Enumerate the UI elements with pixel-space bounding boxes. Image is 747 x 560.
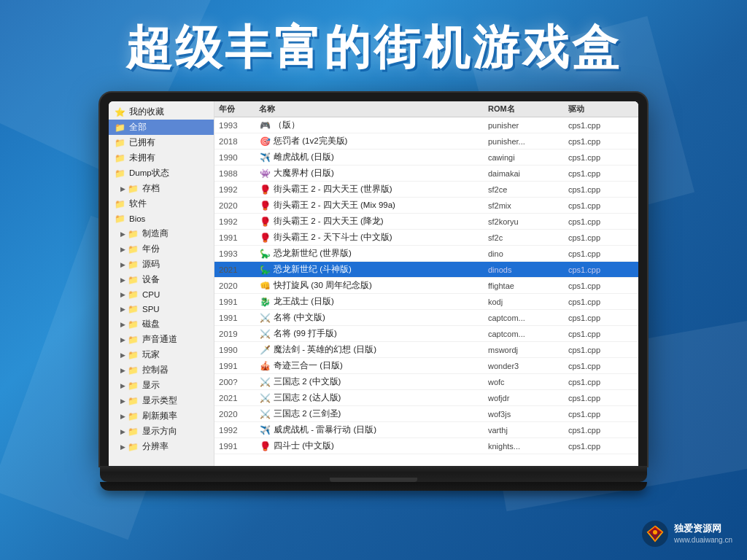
table-row[interactable]: 1993🎮（版）punishercps1.cpp [214,117,638,133]
folder-icon: 📁 [128,335,139,345]
sidebar-item-cpu[interactable]: ▶📁CPU [109,287,214,302]
table-row[interactable]: 2020👊快打旋风 (30 周年纪念版)ffightaecps1.cpp [214,278,638,294]
game-title: 龙王战士 (日版) [274,296,334,307]
sidebar-item-device[interactable]: ▶📁设备 [109,272,214,287]
game-title: 街头霸王 2 - 天下斗士 (中文版) [274,232,392,243]
table-row[interactable]: 1992✈️威虎战机 - 雷暴行动 (日版)varthjcps1.cpp [214,422,638,438]
row-name: ⚔️名将 (中文版) [259,312,488,324]
table-row[interactable]: 2019⚔️名将 (99 打手版)captcom...cps1.cpp [214,326,638,342]
arrow-icon: ▶ [120,230,125,238]
row-driver: cps1.cpp [568,185,634,194]
row-rom: cawingi [488,153,568,162]
game-title: 街头霸王 2 - 四大天王 (世界版) [274,184,392,195]
sidebar-item-displaydir[interactable]: ▶📁显示方向 [109,424,214,439]
sidebar-label: 制造商 [142,228,169,239]
row-rom: sf2mix [488,201,568,210]
row-driver: cps1.cpp [568,378,634,386]
sidebar-item-dump[interactable]: 📁Dump状态 [109,166,214,181]
sidebar-label: Dump状态 [129,168,169,179]
sidebar-item-archive[interactable]: ▶📁存档 [109,181,214,196]
arrow-icon: ▶ [120,306,125,313]
row-name: 🥊街头霸王 2 - 天下斗士 (中文版) [259,232,488,244]
folder-icon: 📁 [128,381,139,391]
row-year: 1991 [219,362,259,370]
row-name: ⚔️三国志 2 (达人版) [259,392,488,404]
sidebar-item-owned[interactable]: 📁已拥有 [109,135,214,150]
sidebar-label: 磁盘 [142,319,160,330]
table-row[interactable]: 1991🥊四斗士 (中文版)knights...cps1.cpp [214,438,638,454]
game-title: 名将 (99 打手版) [274,328,337,339]
laptop-base [100,466,647,482]
sidebar-item-software[interactable]: 📁软件 [109,196,214,211]
sidebar-item-display[interactable]: ▶📁显示 [109,378,214,393]
row-name: 🦕恐龙新世纪 (斗神版) [259,264,488,276]
row-year: 1991 [219,442,259,451]
folder-icon: 📁 [128,396,139,406]
game-icon: 👾 [259,168,271,179]
table-row[interactable]: 200?⚔️三国志 2 (中文版)wofccps1.cpp [214,374,638,390]
laptop-bottom [100,482,647,491]
sidebar-item-disk[interactable]: ▶📁磁盘 [109,316,214,332]
table-row[interactable]: 2021🦕恐龙新世纪 (斗神版)dinodscps1.cpp [214,262,638,278]
row-rom: varthj [488,426,568,435]
sidebar-label: 刷新频率 [142,411,177,421]
arrow-icon: ▶ [120,367,125,374]
folder-icon: ⭐ [115,107,125,117]
game-icon: 🥊 [259,216,271,228]
table-row[interactable]: 1988👾大魔界村 (日版)daimakaicps1.cpp [214,166,638,182]
sidebar-item-bios[interactable]: 📁Bios [109,211,214,226]
row-driver: cps1.cpp [568,314,634,322]
table-row[interactable]: 1991🎪奇迹三合一 (日版)wonder3cps1.cpp [214,358,638,374]
game-title: 魔法剑 - 英雄的幻想 (日版) [274,344,376,355]
row-name: 🎪奇迹三合一 (日版) [259,360,488,372]
sidebar-item-player[interactable]: ▶📁玩家 [109,347,214,362]
folder-icon: 📁 [128,442,139,452]
table-row[interactable]: 2020⚔️三国志 2 (三剑圣)wof3jscps1.cpp [214,406,638,422]
sidebar[interactable]: ⭐我的收藏📁全部📁已拥有📁未拥有📁Dump状态▶📁存档📁软件📁Bios▶📁制造商… [109,101,214,466]
row-driver: cps1.cpp [568,201,634,210]
sidebar-item-displaytype[interactable]: ▶📁显示类型 [109,393,214,408]
table-row[interactable]: 1990✈️雌虎战机 (日版)cawingicps1.cpp [214,149,638,166]
sidebar-item-audio[interactable]: ▶📁声音通道 [109,332,214,347]
table-row[interactable]: 1991🥊街头霸王 2 - 天下斗士 (中文版)sf2ccps1.cpp [214,230,638,246]
sidebar-item-notowned[interactable]: 📁未拥有 [109,150,214,166]
arrow-icon: ▶ [120,276,125,284]
table-row[interactable]: 1991🐉龙王战士 (日版)kodjcps1.cpp [214,294,638,310]
game-title: 威虎战机 - 雷暴行动 (日版) [274,424,376,435]
table-row[interactable]: 1993🦕恐龙新世纪 (世界版)dinocps1.cpp [214,246,638,262]
row-year: 2021 [219,394,259,402]
sidebar-item-favorites[interactable]: ⭐我的收藏 [109,104,214,120]
laptop-wrapper: ⭐我的收藏📁全部📁已拥有📁未拥有📁Dump状态▶📁存档📁软件📁Bios▶📁制造商… [0,93,747,491]
row-rom: dinods [488,265,568,274]
row-name: 🎮（版） [259,120,488,131]
sidebar-item-refreshrate[interactable]: ▶📁刷新频率 [109,408,214,424]
table-row[interactable]: 2020🥊街头霸王 2 - 四大天王 (Mix 99a)sf2mixcps1.c… [214,198,638,214]
game-title: 名将 (中文版) [274,312,325,323]
sidebar-item-resolution[interactable]: ▶📁分辨率 [109,439,214,454]
sidebar-item-all[interactable]: 📁全部 [109,120,214,135]
site-url: www.duaiwang.cn [674,535,732,545]
sidebar-item-year[interactable]: ▶📁年份 [109,241,214,257]
sidebar-item-spu[interactable]: ▶📁SPU [109,302,214,316]
sidebar-item-controller[interactable]: ▶📁控制器 [109,362,214,378]
row-rom: sf2koryu [488,217,568,226]
row-rom: kodj [488,298,568,306]
sidebar-label: 未拥有 [129,152,155,163]
row-driver: cps1.cpp [568,281,634,290]
site-name: 独爱资源网 [674,522,732,535]
arrow-icon: ▶ [120,382,125,389]
sidebar-item-manufacturer[interactable]: ▶📁制造商 [109,226,214,241]
sidebar-label: 源码 [142,259,160,270]
row-name: 🥊街头霸王 2 - 四大天王 (降龙) [259,216,488,228]
table-row[interactable]: 1992🥊街头霸王 2 - 四大天王 (降龙)sf2koryucps1.cpp [214,214,638,230]
game-table[interactable]: 年份名称ROM名驱动1993🎮（版）punishercps1.cpp2018🎯惩… [214,101,638,466]
table-row[interactable]: 1991⚔️名将 (中文版)captcom...cps1.cpp [214,310,638,326]
game-icon: 🥊 [259,232,271,244]
sidebar-item-source[interactable]: ▶📁源码 [109,257,214,272]
folder-icon: 📁 [115,138,125,148]
row-name: 🥊街头霸王 2 - 四大天王 (Mix 99a) [259,200,488,211]
table-row[interactable]: 2021⚔️三国志 2 (达人版)wofjdrcps1.cpp [214,390,638,406]
table-row[interactable]: 2018🎯惩罚者 (1v2完美版)punisher...cps1.cpp [214,133,638,149]
table-row[interactable]: 1990🗡️魔法剑 - 英雄的幻想 (日版)mswordjcps1.cpp [214,342,638,358]
table-row[interactable]: 1992🥊街头霸王 2 - 四大天王 (世界版)sf2cecps1.cpp [214,182,638,198]
